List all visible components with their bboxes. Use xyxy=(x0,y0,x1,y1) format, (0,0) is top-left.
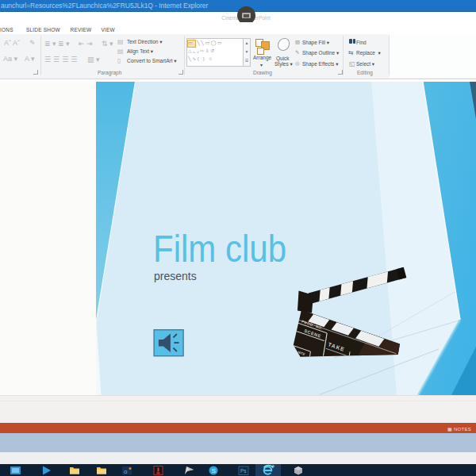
svg-text:o: o xyxy=(124,468,128,475)
svg-text:S: S xyxy=(211,467,215,474)
svg-text:Ps: Ps xyxy=(240,468,247,474)
